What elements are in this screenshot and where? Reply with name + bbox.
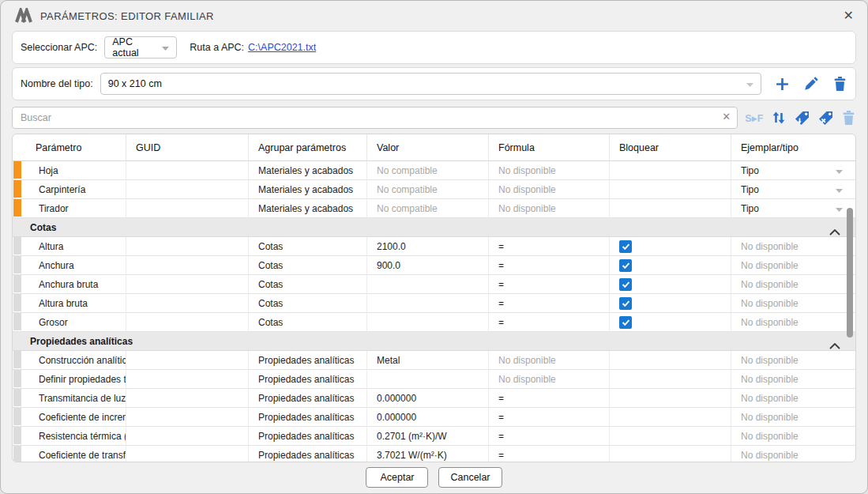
param-group-cell[interactable]: Propiedades analíticas (249, 427, 367, 446)
table-row[interactable]: Resistencia térmica (R) Propiedades anal… (13, 427, 855, 446)
table-row[interactable]: Coeficiente de transfere Propiedades ana… (13, 446, 855, 462)
col-header-bloquear[interactable]: Bloquear (610, 134, 731, 161)
param-value-cell[interactable]: Metal (367, 351, 489, 370)
param-instance-type-cell[interactable]: Tipo (731, 180, 855, 199)
param-instance-type-cell[interactable]: No disponible (731, 389, 855, 408)
param-group-cell[interactable]: Propiedades analíticas (249, 351, 367, 370)
param-guid-cell[interactable] (126, 313, 249, 332)
param-value-cell[interactable]: 900.0 (367, 256, 489, 275)
param-guid-cell[interactable] (126, 427, 249, 446)
param-guid-cell[interactable] (126, 256, 249, 275)
lock-checkbox[interactable] (619, 297, 632, 310)
param-instance-type-cell[interactable]: No disponible (731, 427, 855, 446)
param-guid-cell[interactable] (126, 237, 249, 256)
param-value-cell[interactable]: No compatible (367, 180, 489, 199)
param-instance-type-cell[interactable]: No disponible (731, 313, 855, 332)
param-formula-cell[interactable]: No disponible (489, 161, 610, 180)
remove-shared-parameter-button[interactable] (817, 110, 834, 126)
add-shared-parameter-button[interactable] (794, 110, 810, 126)
param-value-cell[interactable] (367, 313, 489, 332)
param-value-cell[interactable]: 0.000000 (367, 389, 489, 408)
param-formula-cell[interactable]: = (489, 389, 610, 408)
table-row[interactable]: Anchura Cotas 900.0 = No disponible (13, 256, 855, 275)
table-row[interactable]: Grosor Cotas = No disponible (13, 313, 855, 332)
param-value-cell[interactable]: 2100.0 (367, 237, 489, 256)
table-section-row[interactable]: Cotas (13, 218, 855, 237)
chevron-down-icon[interactable] (836, 184, 843, 195)
apc-selector[interactable]: APC actual (104, 36, 177, 58)
param-guid-cell[interactable] (126, 180, 249, 199)
param-guid-cell[interactable] (126, 408, 249, 427)
col-header-valor[interactable]: Valor (367, 134, 489, 161)
param-group-cell[interactable]: Propiedades analíticas (249, 370, 367, 389)
table-row[interactable]: Carpintería Materiales y acabados No com… (13, 180, 855, 199)
lock-checkbox[interactable] (619, 240, 632, 253)
col-header-guid[interactable]: GUID (126, 134, 249, 161)
param-instance-type-cell[interactable]: No disponible (731, 237, 855, 256)
param-instance-type-cell[interactable]: No disponible (731, 256, 855, 275)
param-value-cell[interactable] (367, 294, 489, 313)
param-instance-type-cell[interactable]: No disponible (731, 370, 855, 389)
param-formula-cell[interactable]: = (489, 313, 610, 332)
param-group-cell[interactable]: Cotas (249, 237, 367, 256)
param-guid-cell[interactable] (126, 199, 249, 218)
param-instance-type-cell[interactable]: Tipo (731, 199, 855, 218)
param-formula-cell[interactable]: = (489, 237, 610, 256)
param-group-cell[interactable]: Cotas (249, 275, 367, 294)
chevron-up-icon[interactable] (829, 338, 840, 353)
vertical-scrollbar-thumb[interactable] (847, 208, 853, 338)
param-guid-cell[interactable] (126, 161, 249, 180)
param-group-cell[interactable]: Cotas (249, 313, 367, 332)
param-formula-cell[interactable]: No disponible (489, 199, 610, 218)
edit-type-button[interactable] (803, 76, 819, 92)
param-group-cell[interactable]: Cotas (249, 256, 367, 275)
param-guid-cell[interactable] (126, 446, 249, 462)
param-formula-cell[interactable]: = (489, 408, 610, 427)
table-row[interactable]: Anchura bruta Cotas = No disponible (13, 275, 855, 294)
col-header-ejemplar-tipo[interactable]: Ejemplar/tipo (731, 134, 855, 161)
close-icon[interactable]: ✕ (844, 9, 854, 22)
param-formula-cell[interactable]: No disponible (489, 370, 610, 389)
param-value-cell[interactable]: No compatible (367, 199, 489, 218)
param-guid-cell[interactable] (126, 389, 249, 408)
param-instance-type-cell[interactable]: No disponible (731, 275, 855, 294)
delete-type-button[interactable] (832, 76, 847, 92)
param-formula-cell[interactable]: = (489, 275, 610, 294)
col-header-formula[interactable]: Fórmula (489, 134, 610, 161)
chevron-up-icon[interactable] (829, 224, 840, 239)
param-group-cell[interactable]: Materiales y acabados (249, 161, 367, 180)
param-group-cell[interactable]: Cotas (249, 294, 367, 313)
table-row[interactable]: Construcción analítica Propiedades analí… (13, 351, 855, 370)
table-row[interactable]: Coeficiente de incremen Propiedades anal… (13, 408, 855, 427)
param-value-cell[interactable] (367, 275, 489, 294)
param-value-cell[interactable]: No compatible (367, 161, 489, 180)
col-header-parametro[interactable]: Parámetro (13, 134, 126, 161)
lock-checkbox[interactable] (619, 316, 632, 329)
param-formula-cell[interactable]: = (489, 294, 610, 313)
type-name-selector[interactable]: 90 x 210 cm (100, 73, 761, 95)
col-header-agrupar[interactable]: Agrupar parámetros (249, 134, 367, 161)
add-type-button[interactable] (775, 77, 790, 92)
param-value-cell[interactable]: 3.7021 W/(m²·K) (367, 446, 489, 462)
param-guid-cell[interactable] (126, 275, 249, 294)
chevron-down-icon[interactable] (836, 165, 843, 176)
param-group-cell[interactable]: Propiedades analíticas (249, 408, 367, 427)
param-value-cell[interactable]: 0.000000 (367, 408, 489, 427)
table-row[interactable]: Definir propiedades térm Propiedades ana… (13, 370, 855, 389)
table-row[interactable]: Altura Cotas 2100.0 = No disponible (13, 237, 855, 256)
param-instance-type-cell[interactable]: No disponible (731, 408, 855, 427)
cancel-button[interactable]: Cancelar (438, 467, 502, 488)
sort-parameters-button[interactable] (771, 110, 787, 126)
param-formula-cell[interactable]: = (489, 446, 610, 462)
accept-button[interactable]: Aceptar (366, 467, 428, 488)
param-formula-cell[interactable]: No disponible (489, 180, 610, 199)
param-guid-cell[interactable] (126, 351, 249, 370)
table-row[interactable]: Altura bruta Cotas = No disponible (13, 294, 855, 313)
table-section-row[interactable]: Propiedades analíticas (13, 332, 855, 351)
lock-checkbox[interactable] (619, 259, 632, 272)
table-row[interactable]: Hoja Materiales y acabados No compatible… (13, 161, 855, 180)
table-row[interactable]: Tirador Materiales y acabados No compati… (13, 199, 855, 218)
search-input[interactable] (12, 107, 738, 129)
param-group-cell[interactable]: Propiedades analíticas (249, 446, 367, 462)
table-row[interactable]: Transmitancia de luz visu Propiedades an… (13, 389, 855, 408)
